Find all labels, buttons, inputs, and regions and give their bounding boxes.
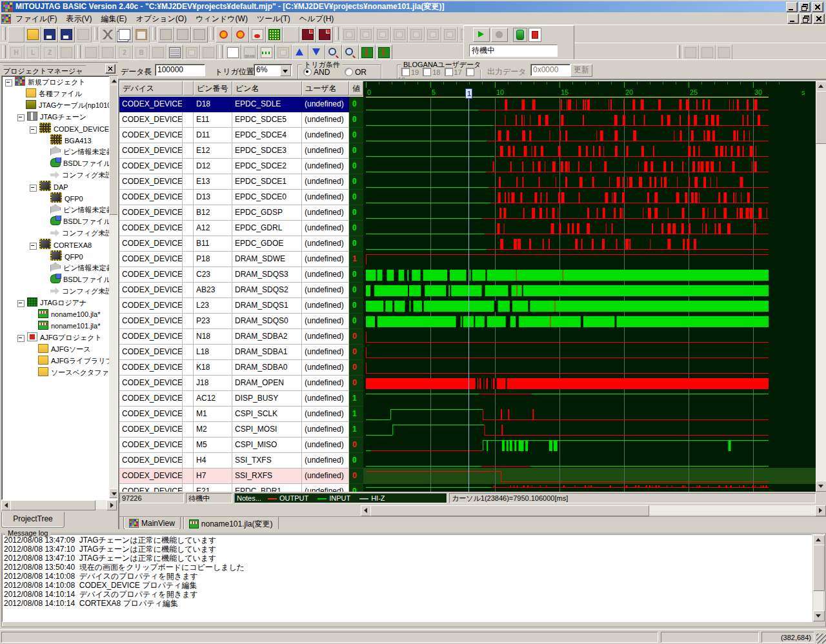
- message-log-list[interactable]: 2012/08/08 13:47:09 JTAGチェーンは正常に機能しています2…: [2, 534, 812, 622]
- pin-table-row[interactable]: CODEX_DEVICEM1CSPI_SCLK(undefined): [119, 407, 349, 422]
- col-header-gap[interactable]: [183, 81, 194, 96]
- pin-table-row[interactable]: CODEX_DEVICEB12EPDC_GDSP(undefined): [119, 205, 349, 221]
- tree-item[interactable]: JTAGロジアナ: [2, 297, 117, 308]
- col-header-pinname[interactable]: ピン名: [232, 81, 302, 96]
- tree-item[interactable]: noname101.jla*: [2, 320, 117, 332]
- menu-item[interactable]: ヘルプ(H): [295, 13, 339, 25]
- scroll-right-icon[interactable]: [815, 505, 826, 516]
- tree-item[interactable]: BSDLファイル参: [2, 157, 117, 169]
- col-header-value[interactable]: 値: [349, 81, 363, 96]
- tree-vscroll-thumb[interactable]: [109, 85, 118, 215]
- zin-button[interactable]: [325, 45, 342, 61]
- pin-table-row[interactable]: CODEX_DEVICEK18DRAM_SDBA0(undefined): [119, 360, 349, 376]
- child-restore-button[interactable]: [800, 14, 812, 24]
- menu-item[interactable]: 表示(V): [61, 13, 96, 25]
- run-button[interactable]: [473, 28, 490, 42]
- chevron-down-icon[interactable]: [280, 65, 291, 76]
- scan-green-button[interactable]: [266, 26, 283, 43]
- pin-table-row[interactable]: CODEX_DEVICEL18DRAM_SDBA1(undefined): [119, 345, 349, 360]
- scroll-down-icon[interactable]: [109, 488, 118, 498]
- zout-button[interactable]: [342, 45, 359, 61]
- waveform-canvas[interactable]: [363, 81, 816, 492]
- tree-item[interactable]: ピン情報未定義: [2, 146, 117, 157]
- wave-vscroll-thumb[interactable]: [816, 91, 826, 144]
- down-button[interactable]: [308, 45, 325, 61]
- pin-table-row[interactable]: CODEX_DEVICEC23DRAM_SDQS3(undefined): [119, 267, 349, 283]
- open-project-button[interactable]: [25, 26, 41, 43]
- collapse-icon[interactable]: [30, 185, 37, 192]
- log-vscroll[interactable]: [813, 535, 823, 621]
- tree-item[interactable]: ソースベクタファイル: [2, 367, 117, 378]
- radio-or[interactable]: OR: [345, 68, 367, 77]
- save-project-button[interactable]: [41, 26, 58, 43]
- tree-item[interactable]: AJFGライブラリファイ: [2, 355, 117, 367]
- wzout-button[interactable]: [376, 45, 392, 61]
- scroll-down-icon[interactable]: [816, 481, 826, 492]
- wave-button[interactable]: [258, 45, 275, 61]
- close-button[interactable]: [812, 2, 823, 12]
- copy-button[interactable]: [116, 26, 133, 43]
- tree-item[interactable]: コンフィグ未設定: [2, 169, 117, 181]
- wave-hscroll[interactable]: [361, 505, 826, 515]
- pin-table-row[interactable]: CODEX_DEVICEAC12DISP_BUSY(undefined): [119, 391, 349, 407]
- collapse-icon[interactable]: [30, 126, 37, 134]
- radio-or-icon[interactable]: [345, 68, 353, 76]
- tree-item[interactable]: BGA413: [2, 134, 117, 146]
- notes-label[interactable]: Notes...: [237, 494, 261, 503]
- save-all-button[interactable]: [58, 26, 75, 43]
- collapse-icon[interactable]: [17, 300, 25, 307]
- panel-close-icon[interactable]: [105, 64, 116, 74]
- tree-item[interactable]: QFP0: [2, 250, 117, 262]
- menu-item[interactable]: ファイル(F): [11, 13, 61, 25]
- tree-item[interactable]: ピン情報未定義: [2, 262, 117, 274]
- collapse-icon[interactable]: [5, 79, 12, 86]
- window-layout-2-button[interactable]: [174, 26, 191, 43]
- pin-table-row[interactable]: CODEX_DEVICED13EPDC_SDCE0(undefined): [119, 190, 349, 205]
- up-button[interactable]: [292, 45, 308, 61]
- tree-item[interactable]: CODEX_DEVICE: [2, 123, 117, 134]
- pin-table-row[interactable]: CODEX_DEVICEP18DRAM_SDWE(undefined): [119, 252, 349, 267]
- wave-hscroll-thumb[interactable]: [370, 505, 649, 516]
- pin-table-row[interactable]: CODEX_DEVICEM5CSPI_MISO(undefined): [119, 438, 349, 453]
- pin-table-row[interactable]: CODEX_DEVICEM2CSPI_MOSI(undefined): [119, 422, 349, 438]
- probe1-button[interactable]: [216, 26, 232, 43]
- collapse-icon[interactable]: [17, 114, 25, 121]
- radio-and-icon[interactable]: [303, 68, 312, 76]
- tree-item[interactable]: QFP0: [2, 192, 117, 204]
- pin-table-row[interactable]: CODEX_DEVICED18EPDC_SDLE(undefined): [119, 97, 349, 112]
- tree-item[interactable]: JTAGチェーン: [2, 111, 117, 123]
- probe2-button[interactable]: [232, 26, 249, 43]
- stop-button[interactable]: [491, 28, 508, 42]
- update-button[interactable]: 更新: [570, 64, 592, 77]
- child-minimize-button[interactable]: [787, 14, 799, 24]
- pin-table-row[interactable]: CODEX_DEVICEH7SSI_RXFS(undefined): [119, 468, 349, 484]
- log-vscroll-thumb[interactable]: [813, 545, 825, 591]
- tab-mainview[interactable]: MainView: [123, 517, 181, 530]
- child-close-button[interactable]: [813, 14, 825, 24]
- tree-item[interactable]: AJFGソース: [2, 343, 117, 355]
- window-layout-3-button[interactable]: [191, 26, 208, 43]
- tree-item[interactable]: コンフィグ未設定: [2, 285, 117, 297]
- collapse-icon[interactable]: [17, 335, 25, 342]
- menu-item[interactable]: オプション(O): [131, 13, 191, 25]
- collapse-icon[interactable]: [30, 243, 37, 250]
- scroll-right-icon[interactable]: [106, 500, 117, 510]
- minimize-button[interactable]: [786, 2, 798, 12]
- scan-color-button[interactable]: [283, 26, 299, 43]
- pin-table-row[interactable]: CODEX_DEVICEE21EPDC_BDR1(undefined): [119, 484, 349, 492]
- pin-table-row[interactable]: CODEX_DEVICEP23DRAM_SDQS0(undefined): [119, 314, 349, 329]
- wave-vscroll[interactable]: [816, 81, 826, 492]
- pin-table-row[interactable]: CODEX_DEVICEE11EPDC_SDCE5(undefined): [119, 112, 349, 128]
- tree-item[interactable]: BSDLファイル参: [2, 274, 117, 285]
- data-length-input[interactable]: 100000: [155, 64, 205, 76]
- dev-ins-button[interactable]: [316, 26, 333, 43]
- radio-and[interactable]: AND: [303, 68, 330, 77]
- new-project-button[interactable]: [8, 26, 25, 43]
- wzin-button[interactable]: [359, 45, 376, 61]
- pin-table-row[interactable]: CODEX_DEVICEA12EPDC_GDRL(undefined): [119, 221, 349, 236]
- col-header-pin[interactable]: ピン番号: [194, 81, 232, 96]
- pin-table-row[interactable]: CODEX_DEVICEJ18DRAM_OPEN(undefined): [119, 376, 349, 391]
- output-data-input[interactable]: 0x0000: [530, 64, 570, 76]
- pin-table-row[interactable]: CODEX_DEVICED11EPDC_SDCE4(undefined): [119, 128, 349, 143]
- tab-project-tree[interactable]: ProjectTree: [1, 512, 65, 528]
